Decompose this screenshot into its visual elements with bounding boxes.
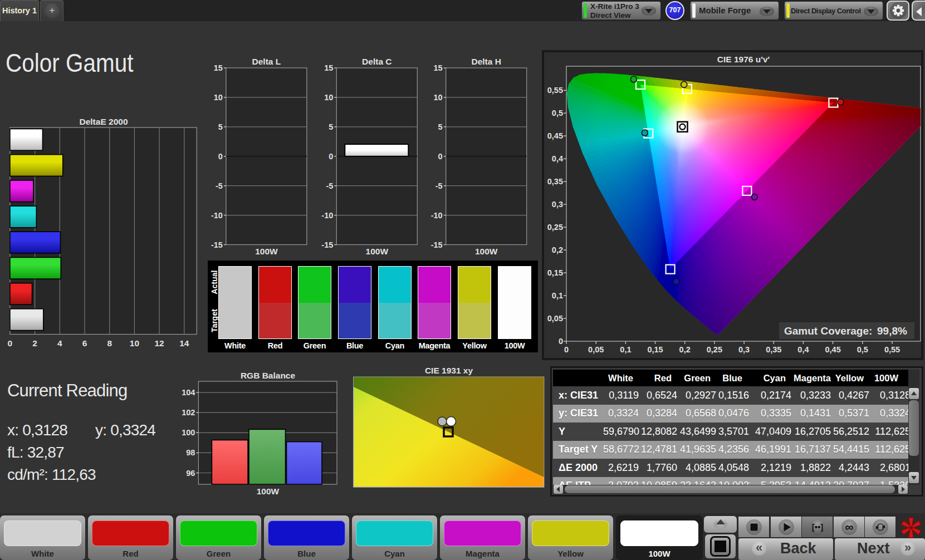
svg-text:100W: 100W [257, 487, 280, 496]
svg-text:-15: -15 [211, 240, 223, 249]
svg-text:4: 4 [57, 338, 62, 348]
svg-text:-10: -10 [321, 211, 333, 220]
svg-text:5: 5 [218, 122, 223, 131]
svg-text:14: 14 [179, 338, 189, 348]
svg-text:104: 104 [182, 388, 195, 397]
svg-text:98: 98 [186, 448, 195, 457]
svg-text:-10: -10 [211, 211, 223, 220]
svg-text:100W: 100W [475, 247, 498, 256]
svg-text:RGB Balance: RGB Balance [241, 371, 296, 380]
svg-text:∞: ∞ [845, 520, 853, 533]
svg-text:0: 0 [329, 152, 333, 161]
svg-text:-5: -5 [216, 181, 223, 190]
svg-text:0: 0 [438, 152, 443, 161]
svg-text:0: 0 [8, 338, 13, 348]
svg-text:5: 5 [329, 122, 333, 131]
svg-text:Delta L: Delta L [252, 57, 281, 66]
svg-text:15: 15 [214, 63, 223, 72]
svg-text:2: 2 [32, 338, 37, 348]
svg-text:6: 6 [82, 338, 87, 348]
svg-text:96: 96 [186, 469, 195, 478]
svg-text:8: 8 [107, 338, 112, 348]
svg-text:10: 10 [214, 93, 223, 102]
svg-text:12: 12 [154, 338, 164, 348]
svg-text:100W: 100W [366, 247, 389, 256]
svg-text:[••]: [••] [811, 522, 823, 532]
svg-text:10: 10 [324, 93, 333, 102]
svg-text:Delta H: Delta H [471, 57, 501, 66]
svg-text:-15: -15 [321, 240, 333, 249]
svg-text:102: 102 [182, 408, 195, 417]
svg-text:5: 5 [438, 122, 443, 131]
svg-text:0: 0 [218, 152, 223, 161]
svg-text:100: 100 [182, 428, 195, 437]
svg-text:15: 15 [434, 63, 443, 72]
svg-text:-10: -10 [431, 211, 443, 220]
svg-text:-15: -15 [431, 240, 443, 249]
svg-text:-5: -5 [326, 181, 333, 190]
svg-text:100W: 100W [255, 247, 278, 256]
svg-text:DeltaE 2000: DeltaE 2000 [79, 117, 128, 126]
svg-text:Delta C: Delta C [362, 57, 391, 66]
svg-text:CIE 1931 xy: CIE 1931 xy [425, 366, 473, 375]
svg-text:10: 10 [434, 93, 443, 102]
svg-text:10: 10 [130, 338, 139, 348]
svg-text:-5: -5 [435, 181, 443, 190]
svg-text:15: 15 [324, 63, 333, 72]
